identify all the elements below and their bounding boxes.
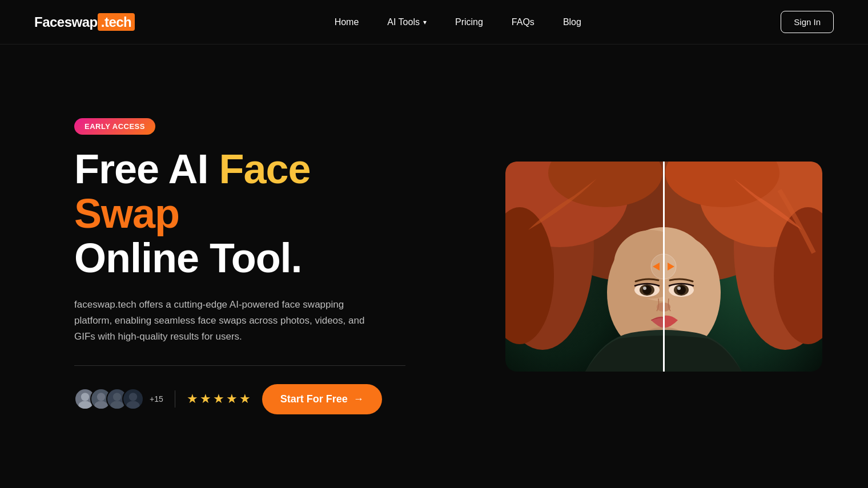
face-svg <box>505 162 822 372</box>
nav-item-pricing[interactable]: Pricing <box>455 17 483 27</box>
star-3: ★ <box>213 392 224 406</box>
svg-point-37 <box>677 287 681 290</box>
nav-link-home[interactable]: Home <box>335 17 359 27</box>
early-access-badge: EARLY ACCESS <box>74 118 155 135</box>
nav-item-faqs[interactable]: FAQs <box>512 17 535 27</box>
start-free-label: Start For Free <box>280 393 348 405</box>
svg-point-0 <box>81 393 89 401</box>
nav-item-ai-tools[interactable]: AI Tools ▾ <box>387 17 427 27</box>
nav-link-blog[interactable]: Blog <box>563 17 581 27</box>
svg-point-1 <box>78 401 91 410</box>
logo-brand: Faceswap <box>34 14 98 30</box>
nav-item-blog[interactable]: Blog <box>563 17 581 27</box>
nav-item-home[interactable]: Home <box>335 17 359 27</box>
hero-description: faceswap.tech offers a cutting-edge AI-p… <box>74 297 383 345</box>
svg-point-5 <box>110 401 123 410</box>
vertical-divider <box>175 390 175 408</box>
svg-point-36 <box>677 285 686 295</box>
avatars-group: +15 <box>74 388 163 410</box>
svg-point-6 <box>129 393 137 401</box>
sign-in-button[interactable]: Sign In <box>781 11 834 33</box>
logo[interactable]: Faceswap.tech <box>34 14 135 30</box>
arrow-icon: → <box>353 393 364 405</box>
star-5: ★ <box>239 392 251 406</box>
hero-cta-row: +15 ★ ★ ★ ★ ★ Start For Free → <box>74 384 405 414</box>
navbar: Faceswap.tech Home AI Tools ▾ Pricing FA… <box>0 0 868 45</box>
svg-point-2 <box>97 393 105 401</box>
avatar-4 <box>122 388 144 410</box>
star-1: ★ <box>187 392 198 406</box>
hero-title-swap: Swap <box>74 191 179 236</box>
stars-rating: ★ ★ ★ ★ ★ <box>187 392 251 406</box>
svg-point-3 <box>94 401 107 410</box>
hero-title-part2: Online Tool. <box>74 235 302 281</box>
star-2: ★ <box>200 392 211 406</box>
hero-divider <box>74 365 405 366</box>
hero-content: EARLY ACCESS Free AI Face Swap Online To… <box>74 118 405 414</box>
hero-title-part1: Free AI <box>74 146 219 192</box>
hero-title: Free AI Face Swap Online Tool. <box>74 147 405 280</box>
star-4: ★ <box>226 392 238 406</box>
hero-section: EARLY ACCESS Free AI Face Swap Online To… <box>0 45 868 488</box>
nav-link-ai-tools[interactable]: AI Tools <box>387 17 420 27</box>
logo-tld: .tech <box>98 13 135 31</box>
svg-point-32 <box>642 285 652 295</box>
nav-link-pricing[interactable]: Pricing <box>455 17 483 27</box>
nav-link-faqs[interactable]: FAQs <box>512 17 535 27</box>
face-image <box>505 162 822 372</box>
nav-ai-tools-dropdown[interactable]: AI Tools ▾ <box>387 17 427 27</box>
start-free-button[interactable]: Start For Free → <box>262 384 382 414</box>
comparison-slider[interactable] <box>505 162 822 372</box>
chevron-down-icon: ▾ <box>423 18 427 26</box>
svg-point-7 <box>126 401 139 410</box>
nav-links: Home AI Tools ▾ Pricing FAQs Blog <box>335 17 581 27</box>
svg-point-4 <box>113 393 121 401</box>
hero-title-face: Face <box>219 146 310 192</box>
svg-point-33 <box>643 287 646 290</box>
user-count: +15 <box>150 394 163 404</box>
